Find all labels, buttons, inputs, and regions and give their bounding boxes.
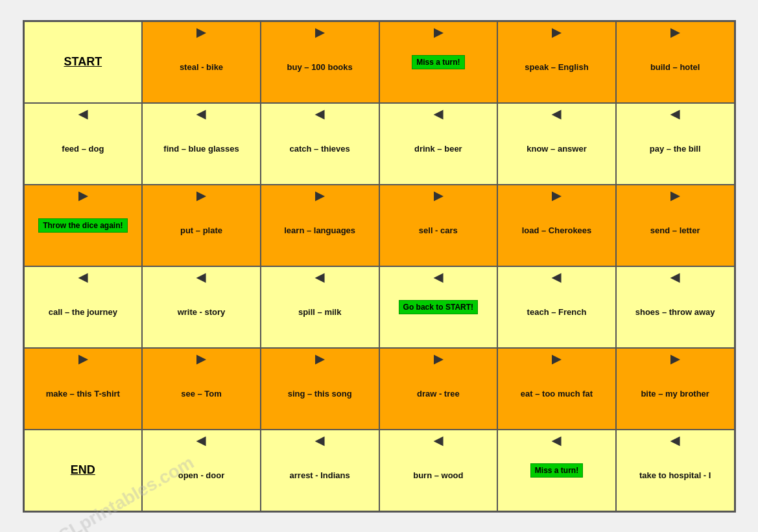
cell-r5-c4: ◀Miss a turn! xyxy=(498,430,615,511)
cell-text: burn – wood xyxy=(413,470,463,481)
cell-r2-c4: ▶load – Cherokees xyxy=(498,185,615,266)
arrow-icon: ▶ xyxy=(434,25,443,40)
cell-text: draw - tree xyxy=(417,389,460,400)
cell-r0-c3: ▶Miss a turn! xyxy=(380,22,497,102)
cell-r2-c2: ▶learn – languages xyxy=(261,185,379,266)
special-text: Miss a turn! xyxy=(530,463,583,478)
arrow-icon: ◀ xyxy=(670,270,680,284)
arrow-icon: ▶ xyxy=(552,25,561,40)
cell-r0-c2: ▶buy – 100 books xyxy=(261,22,379,102)
cell-text: open - door xyxy=(178,470,225,481)
cell-text: see – Tom xyxy=(181,389,222,400)
cell-r1-c5: ◀pay – the bill xyxy=(617,104,734,184)
cell-text: speak – English xyxy=(525,62,588,73)
cell-r3-c2: ◀spill – milk xyxy=(261,267,379,347)
cell-text: feed – dog xyxy=(62,144,104,155)
arrow-icon: ◀ xyxy=(552,107,561,121)
arrow-icon: ▶ xyxy=(670,25,680,40)
cell-r5-c1: ◀open - door xyxy=(143,430,260,511)
cell-r4-c5: ▶bite – my brother xyxy=(617,349,734,429)
arrow-icon: ▶ xyxy=(315,352,324,366)
cell-r0-c0: START xyxy=(25,22,142,102)
arrow-icon: ▶ xyxy=(434,189,443,203)
arrow-icon: ▶ xyxy=(434,352,443,366)
cell-text: build – hotel xyxy=(650,62,700,73)
cell-text: steal - bike xyxy=(180,62,223,73)
cell-text: spill – milk xyxy=(298,307,341,318)
arrow-icon: ◀ xyxy=(78,107,88,121)
arrow-icon: ◀ xyxy=(78,270,88,284)
game-board: START▶steal - bike▶buy – 100 books▶Miss … xyxy=(23,20,736,513)
arrow-icon: ◀ xyxy=(670,434,680,448)
cell-r2-c3: ▶sell - cars xyxy=(380,185,497,266)
cell-r1-c4: ◀know – answer xyxy=(498,104,615,184)
cell-r3-c0: ◀call – the journey xyxy=(25,267,142,347)
arrow-icon: ▶ xyxy=(552,352,561,366)
cell-r2-c0: ▶Throw the dice again! xyxy=(25,185,142,266)
cell-r0-c4: ▶speak – English xyxy=(498,22,615,102)
cell-text: put – plate xyxy=(180,226,222,237)
arrow-icon: ◀ xyxy=(196,107,206,121)
cell-text: teach – French xyxy=(527,307,587,318)
arrow-icon: ▶ xyxy=(552,189,561,203)
arrow-icon: ◀ xyxy=(315,434,324,448)
arrow-icon: ▶ xyxy=(196,25,206,40)
cell-r1-c1: ◀find – blue glasses xyxy=(143,104,260,184)
cell-r3-c1: ◀write - story xyxy=(143,267,260,347)
arrow-icon: ◀ xyxy=(315,107,324,121)
end-label: END xyxy=(71,463,95,477)
arrow-icon: ▶ xyxy=(196,189,206,203)
cell-r4-c3: ▶draw - tree xyxy=(380,349,497,429)
arrow-icon: ▶ xyxy=(196,352,206,366)
cell-text: sing – this song xyxy=(288,389,352,400)
cell-text: drink – beer xyxy=(414,144,462,155)
arrow-icon: ◀ xyxy=(670,107,680,121)
arrow-icon: ◀ xyxy=(196,270,206,284)
cell-text: sell - cars xyxy=(419,226,458,237)
arrow-icon: ▶ xyxy=(315,25,324,40)
cell-r4-c2: ▶sing – this song xyxy=(261,349,379,429)
arrow-icon: ▶ xyxy=(78,352,88,366)
cell-r5-c2: ◀arrest - Indians xyxy=(261,430,379,511)
special-text: Go back to START! xyxy=(399,300,478,314)
cell-text: take to hospital - I xyxy=(639,470,711,481)
cell-r4-c0: ▶make – this T-shirt xyxy=(25,349,142,429)
cell-text: shoes – throw away xyxy=(635,307,715,318)
cell-text: learn – languages xyxy=(284,226,355,237)
special-text: Throw the dice again! xyxy=(38,218,127,233)
cell-r3-c3: ◀Go back to START! xyxy=(380,267,497,347)
arrow-icon: ◀ xyxy=(552,434,561,448)
arrow-icon: ◀ xyxy=(552,270,561,284)
cell-r5-c0: END xyxy=(25,430,142,511)
cell-r5-c5: ◀take to hospital - I xyxy=(617,430,734,511)
arrow-icon: ◀ xyxy=(315,270,324,284)
cell-r4-c4: ▶eat – too much fat xyxy=(498,349,615,429)
cell-text: eat – too much fat xyxy=(521,389,593,400)
cell-text: write - story xyxy=(178,307,226,318)
cell-r0-c1: ▶steal - bike xyxy=(143,22,260,102)
cell-r0-c5: ▶build – hotel xyxy=(617,22,734,102)
cell-text: make – this T-shirt xyxy=(46,389,120,400)
cell-text: pay – the bill xyxy=(650,144,701,155)
cell-text: know – answer xyxy=(527,144,586,155)
arrow-icon: ▶ xyxy=(670,189,680,203)
start-label: START xyxy=(64,55,102,69)
cell-text: buy – 100 books xyxy=(287,62,353,73)
arrow-icon: ▶ xyxy=(670,352,680,366)
cell-text: send – letter xyxy=(650,226,700,237)
arrow-icon: ▶ xyxy=(78,189,88,203)
cell-r2-c5: ▶send – letter xyxy=(617,185,734,266)
cell-text: call – the journey xyxy=(49,307,117,318)
arrow-icon: ◀ xyxy=(196,434,206,448)
cell-r1-c2: ◀catch – thieves xyxy=(261,104,379,184)
arrow-icon: ◀ xyxy=(434,434,443,448)
cell-r2-c1: ▶put – plate xyxy=(143,185,260,266)
special-text: Miss a turn! xyxy=(412,55,464,69)
cell-r5-c3: ◀burn – wood xyxy=(380,430,497,511)
cell-text: load – Cherokees xyxy=(522,226,592,237)
cell-r3-c5: ◀shoes – throw away xyxy=(617,267,734,347)
cell-text: arrest - Indians xyxy=(290,470,350,481)
cell-text: catch – thieves xyxy=(290,144,350,155)
cell-text: find – blue glasses xyxy=(163,144,239,155)
arrow-icon: ◀ xyxy=(434,107,443,121)
